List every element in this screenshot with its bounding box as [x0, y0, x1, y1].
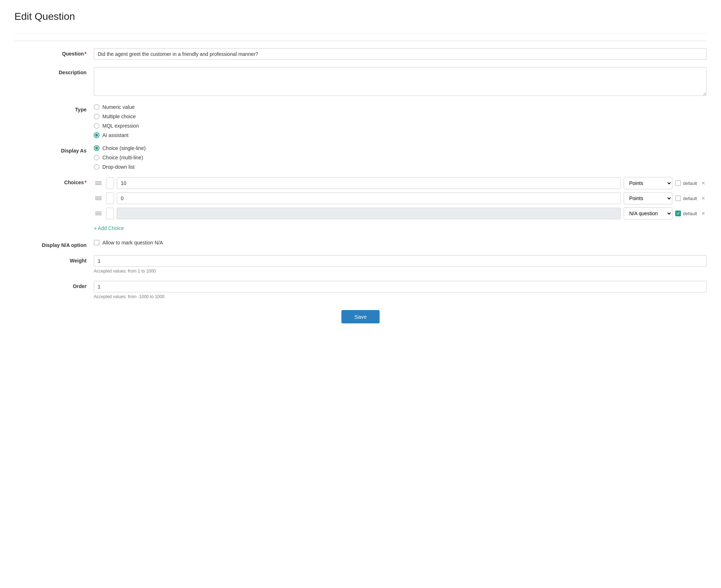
- choices-table: Points N/A question default ×: [94, 177, 707, 220]
- display-na-label: Display N/A option: [14, 240, 94, 248]
- display-na-checkbox-label: Allow to mark question N/A: [102, 240, 163, 246]
- description-input[interactable]: [94, 67, 707, 96]
- choice-remove-button[interactable]: ×: [700, 179, 707, 187]
- type-radio-multiple: [94, 114, 99, 119]
- display-as-label: Display As: [14, 145, 94, 154]
- order-label: Order: [14, 281, 94, 289]
- type-option-ai[interactable]: AI assistant: [94, 132, 707, 138]
- display-as-radio-dropdown: [94, 164, 99, 170]
- display-as-radio-multi: [94, 155, 99, 160]
- type-radio-numeric: [94, 104, 99, 110]
- drag-handle[interactable]: [94, 180, 103, 186]
- question-input[interactable]: [94, 48, 707, 60]
- choice-name-input[interactable]: [106, 177, 114, 189]
- page-title: Edit Question: [14, 11, 707, 22]
- description-label: Description: [14, 67, 94, 75]
- display-na-checkbox[interactable]: [94, 240, 99, 246]
- choice-default-label: default: [683, 196, 697, 201]
- question-label: Question*: [14, 48, 94, 57]
- drag-handle[interactable]: [94, 210, 103, 217]
- save-button[interactable]: Save: [341, 310, 380, 323]
- type-option-numeric[interactable]: Numeric value: [94, 104, 707, 110]
- choice-default-checkbox[interactable]: [675, 180, 681, 186]
- display-na-wrap: Allow to mark question N/A: [94, 240, 707, 246]
- choice-value-input[interactable]: [117, 193, 621, 204]
- type-radio-group: Numeric value Multiple choice MQL expres…: [94, 104, 707, 138]
- choice-default-wrap: default: [675, 180, 697, 186]
- display-as-multi[interactable]: Choice (multi-line): [94, 155, 707, 160]
- order-input[interactable]: [94, 281, 707, 292]
- weight-hint: Accepted values: from 1 to 1000: [94, 269, 707, 274]
- weight-input[interactable]: [94, 255, 707, 267]
- choice-name-input[interactable]: [106, 208, 114, 219]
- add-choice-button[interactable]: + Add Choice: [94, 224, 124, 233]
- choice-default-wrap: default: [675, 211, 697, 216]
- choices-label: Choices*: [14, 177, 94, 185]
- choice-default-checkbox[interactable]: [675, 211, 681, 216]
- type-label: Type: [14, 104, 94, 112]
- choice-type-select[interactable]: Points N/A question: [624, 192, 672, 204]
- display-as-radio-single: [94, 145, 99, 151]
- drag-handle[interactable]: [94, 195, 103, 202]
- choice-name-input[interactable]: [106, 193, 114, 204]
- choice-value-input[interactable]: [117, 177, 621, 189]
- choice-default-wrap: default: [675, 195, 697, 201]
- type-option-mql[interactable]: MQL expression: [94, 123, 707, 129]
- choice-default-checkbox[interactable]: [675, 195, 681, 201]
- choice-row: Points N/A question default ×: [94, 207, 707, 220]
- choice-value-input: [117, 208, 621, 219]
- type-radio-mql: [94, 123, 99, 129]
- choice-remove-button[interactable]: ×: [700, 209, 707, 217]
- weight-label: Weight: [14, 255, 94, 264]
- display-as-radio-group: Choice (single-line) Choice (multi-line)…: [94, 145, 707, 170]
- choice-type-select[interactable]: Points N/A question: [624, 177, 672, 189]
- choice-row: Points N/A question default ×: [94, 177, 707, 189]
- display-as-single[interactable]: Choice (single-line): [94, 145, 707, 151]
- display-as-dropdown[interactable]: Drop-down list: [94, 164, 707, 170]
- choice-remove-button[interactable]: ×: [700, 194, 707, 202]
- type-radio-ai: [94, 132, 99, 138]
- choice-default-label: default: [683, 181, 697, 186]
- choice-row: Points N/A question default ×: [94, 192, 707, 204]
- choice-default-label: default: [683, 211, 697, 216]
- choice-type-select[interactable]: Points N/A question: [624, 207, 672, 220]
- order-hint: Accepted values: from -1000 to 1000: [94, 294, 707, 299]
- type-option-multiple[interactable]: Multiple choice: [94, 114, 707, 119]
